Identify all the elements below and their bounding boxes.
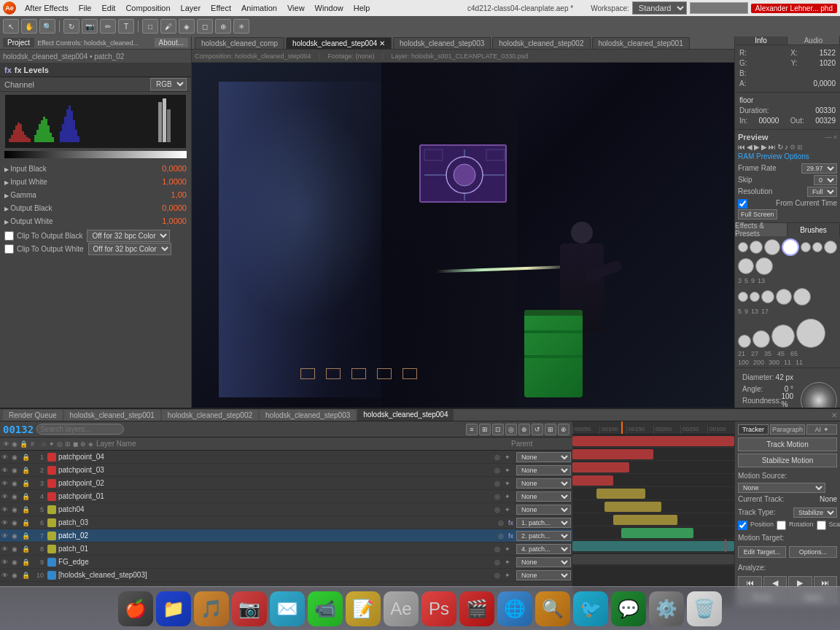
workspace-dropdown[interactable]: Standard [632,1,687,15]
dock-media[interactable]: 🎵 [194,591,229,626]
layer-5-vis[interactable]: 👁 [1,506,12,513]
clone-tool[interactable]: ◈ [179,19,195,34]
tab-about[interactable]: About... [155,38,188,47]
tl-step002-tab[interactable]: holodsk_cleaned_step002 [162,410,258,421]
brush-dot-sm4[interactable] [801,242,811,252]
layer-7-lock[interactable]: 🔒 [22,532,32,540]
comp-tab-step003[interactable]: holodsk_cleaned_step003 [393,37,491,49]
layer-1-lock[interactable]: 🔒 [22,454,32,461]
layer-10-solo[interactable]: ◉ [12,572,22,579]
layer-10-lock[interactable]: 🔒 [22,572,32,579]
roto-tool[interactable]: ⊕ [215,19,231,34]
motion-source-select[interactable]: None [738,483,825,493]
layer-3-solo[interactable]: ◉ [12,480,22,487]
puppet-tool[interactable]: ✳ [233,19,249,34]
sw-5-1[interactable]: ◎ [494,506,503,513]
brush-dot-selected[interactable] [782,238,799,256]
from-current-checkbox[interactable] [738,199,747,209]
channel-dropdown[interactable]: RGB [150,78,187,90]
edit-target-btn[interactable]: Edit Target... [738,546,786,558]
layer-8-vis[interactable]: 👁 [1,545,12,553]
gamma-row[interactable]: Gamma 1,00 [3,188,188,201]
layer-2-solo[interactable]: ◉ [12,467,22,474]
dock-app1[interactable]: 🎬 [459,591,494,626]
sw-2-1[interactable]: ◎ [494,467,503,474]
dock-twitter[interactable]: 🐦 [573,591,608,626]
skip-to-start[interactable]: ⏮ [738,143,745,151]
input-white-row[interactable]: Input White 1,0000 [3,175,188,188]
comp-tab-step004[interactable]: holodsk_cleaned_step004 ✕ [286,37,392,49]
layer-row-4[interactable]: 👁 ◉ 🔒 4 patchpoint_01 ◎ ✦ None [0,490,572,503]
preview-gear2[interactable]: ⊞ [797,144,803,151]
layer-4-lock[interactable]: 🔒 [22,493,32,500]
clip-black-checkbox[interactable] [4,231,14,241]
brush-dot-sm1[interactable] [738,242,748,252]
dock-ps[interactable]: Ps [421,591,456,626]
step-back[interactable]: ◀ [747,143,752,151]
menu-window[interactable]: Window [311,2,348,14]
effect-controls-tab[interactable]: Effect Controls: holodsk_cleaned... [37,39,151,47]
info-tab[interactable]: Info [735,36,788,44]
clip-black-dropdown[interactable]: Off for 32 bpc Color [87,230,170,242]
output-black-row[interactable]: Output Black 0,0000 [3,201,188,214]
layer-3-lock[interactable]: 🔒 [22,480,32,487]
layer-4-solo[interactable]: ◉ [12,493,22,500]
input-white-value[interactable]: 1,0000 [162,177,187,186]
sw-9-1[interactable]: ◎ [494,559,503,566]
layer-9-vis[interactable]: 👁 [1,559,12,566]
brushes-tab[interactable]: Brushes [788,223,840,236]
tl-btn-1[interactable]: ≡ [466,424,478,435]
brush-dot3-sm2[interactable] [752,330,770,348]
sw-8-2[interactable]: ✦ [505,545,513,553]
sw-3-1[interactable]: ◎ [494,480,503,487]
input-black-row[interactable]: Input Black 0,0000 [3,162,188,175]
comp-tab-step001[interactable]: holodsk_cleaned_step001 [592,37,690,49]
position-checkbox[interactable] [738,521,747,530]
layer-row-6[interactable]: 👁 ◉ 🔒 6 patch_03 ◎ fx 1. patch... [0,516,572,529]
brush-dot-sm5[interactable] [812,242,822,252]
layer-9-parent[interactable]: None [516,557,571,567]
brush-dot2-sm2[interactable] [750,292,760,302]
playhead[interactable] [621,421,623,434]
stabilize-motion-btn[interactable]: Stabilize Motion [738,454,837,467]
scale-checkbox[interactable] [817,521,826,530]
play-pause[interactable]: ▶ [754,143,760,151]
menu-view[interactable]: View [283,2,309,14]
brush-dot-sm2[interactable] [750,241,763,254]
brush-dot-sm3[interactable] [764,239,780,255]
brush-tool[interactable]: 🖌 [160,19,176,34]
output-white-row[interactable]: Output White 1,0000 [3,214,188,228]
layer-9-solo[interactable]: ◉ [12,559,22,566]
layer-8-lock[interactable]: 🔒 [22,545,32,553]
layer-row-1[interactable]: 👁 ◉ 🔒 1 patchpoint_04 ◎ ✦ None [0,451,572,464]
zoom-tool[interactable]: 🔍 [39,19,55,34]
brush-dot2-sm4[interactable] [776,289,792,305]
sw-6-1[interactable]: ◎ [498,519,507,526]
menu-composition[interactable]: Composition [121,2,174,14]
layer-1-solo[interactable]: ◉ [12,454,22,461]
skip-to-end[interactable]: ⏭ [769,143,776,151]
tl-btn-8[interactable]: ⊕ [558,424,569,435]
layer-2-lock[interactable]: 🔒 [22,467,32,474]
preview-resolution-select[interactable]: Full [807,187,837,197]
sw-1[interactable]: ◎ [494,454,503,461]
brush-dot3-sm1[interactable] [738,335,751,348]
layer-6-parent[interactable]: 1. patch... [516,518,571,528]
brush-dot2-sm1[interactable] [738,292,748,302]
tab-project[interactable]: Project [3,38,34,47]
layer-row-3[interactable]: 👁 ◉ 🔒 3 patchpoint_02 ◎ ✦ None [0,477,572,490]
effects-presets-tab[interactable]: Effects & Presets [735,223,788,236]
dock-trash[interactable]: 🗑️ [687,591,722,626]
track-type-select[interactable]: Stabilize [793,508,837,518]
audio-tab[interactable]: Audio [788,36,840,44]
sw-9-2[interactable]: ✦ [505,559,513,566]
dock-photo[interactable]: 📷 [232,591,267,626]
full-screen-button[interactable]: Full Screen [738,209,777,219]
brush-dot-sm6[interactable] [824,241,837,254]
paragraph-tab[interactable]: Paragraph [770,424,805,435]
diameter-value[interactable]: 42 px [776,373,793,381]
layer-2-vis[interactable]: 👁 [1,467,12,474]
tl-step001-tab[interactable]: holodsk_cleaned_step001 [64,410,160,421]
sw-2[interactable]: ✦ [505,454,513,461]
menu-help[interactable]: Help [349,2,375,14]
